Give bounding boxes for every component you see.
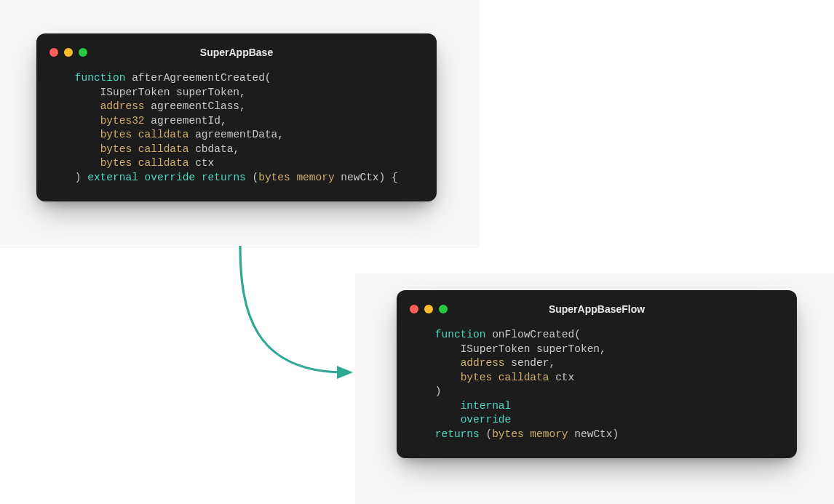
arrow-icon (222, 240, 368, 393)
minimize-icon (424, 305, 433, 313)
window-titlebar: SuperAppBase (49, 44, 424, 61)
zoom-icon (439, 305, 448, 313)
close-icon (410, 305, 418, 313)
zoom-icon (79, 48, 87, 57)
code-block: function onFlowCreated( ISuperToken supe… (410, 328, 784, 442)
code-block: function afterAgreementCreated( ISuperTo… (49, 71, 424, 185)
svg-marker-0 (337, 366, 353, 379)
code-window-superappbase: SuperAppBase function afterAgreementCrea… (36, 33, 437, 201)
minimize-icon (64, 48, 73, 57)
traffic-lights (49, 48, 87, 57)
window-title: SuperAppBaseFlow (410, 303, 784, 315)
window-title: SuperAppBase (49, 47, 424, 58)
window-titlebar: SuperAppBaseFlow (410, 300, 784, 318)
code-window-superappbaseflow: SuperAppBaseFlow function onFlowCreated(… (397, 290, 797, 458)
traffic-lights (410, 305, 448, 313)
close-icon (49, 48, 58, 57)
